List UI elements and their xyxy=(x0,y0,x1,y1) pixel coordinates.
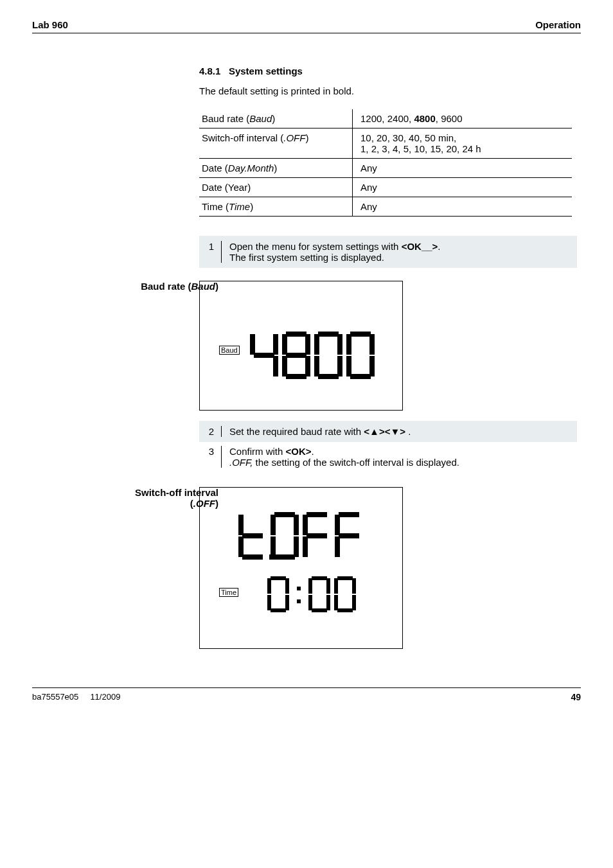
settings-table: Baud rate (Baud) 1200, 2400, 4800, 9600 … xyxy=(199,109,572,217)
seg-digit-small-0 xyxy=(334,576,356,612)
seg-letter-F xyxy=(335,512,363,560)
step-3: 3 Confirm with <OK>. .OFF, the setting o… xyxy=(199,442,577,469)
seg-digit-8 xyxy=(282,332,310,379)
side-label-baud: Baud rate (Baud) xyxy=(71,281,218,292)
baud-badge: Baud xyxy=(219,346,240,355)
footer-page: 49 xyxy=(571,692,581,702)
table-row: Date (Day.Month) Any xyxy=(199,159,572,178)
header-left: Lab 960 xyxy=(32,19,68,30)
table-row: Baud rate (Baud) 1200, 2400, 4800, 9600 xyxy=(199,109,572,128)
seg-digit-small-0 xyxy=(308,576,330,612)
step-2: 2 Set the required baud rate with <▲><▼>… xyxy=(199,421,577,442)
seg-digit-small-0 xyxy=(267,576,289,612)
step-1: 1 Open the menu for system settings with… xyxy=(199,236,577,268)
seg-digit-0 xyxy=(314,332,342,379)
table-row: Switch-off interval (.OFF) 10, 20, 30, 4… xyxy=(199,128,572,159)
lcd-off-display: Time xyxy=(199,487,403,649)
footer-left: ba75557e05 11/2009 xyxy=(32,692,120,702)
lcd-baud-display: Baud xyxy=(199,281,403,411)
section-intro: The default setting is printed in bold. xyxy=(199,85,581,96)
section-heading: 4.8.1 System settings xyxy=(199,66,581,76)
colon xyxy=(293,576,305,612)
time-badge: Time xyxy=(219,588,238,597)
header-right: Operation xyxy=(535,19,581,30)
seg-letter-O xyxy=(271,512,299,560)
seg-digit-4 xyxy=(250,332,278,379)
side-label-off: Switch-off interval (.OFF) xyxy=(71,487,218,509)
seg-letter-F xyxy=(303,512,331,560)
decimal-dot xyxy=(269,554,274,560)
table-row: Time (Time) Any xyxy=(199,197,572,217)
seg-letter-t xyxy=(238,512,267,560)
table-row: Date (Year) Any xyxy=(199,178,572,197)
seg-digit-0 xyxy=(346,332,375,379)
